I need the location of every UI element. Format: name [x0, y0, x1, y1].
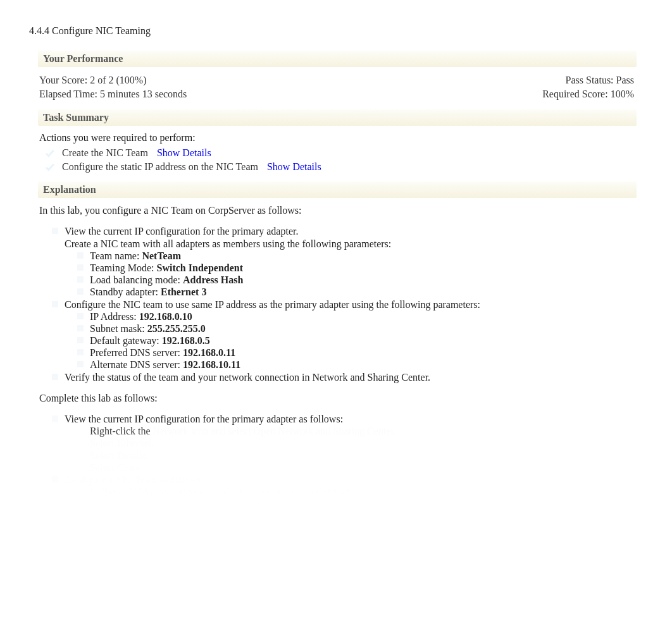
list-item: View the current IP configuration for th… — [52, 225, 643, 298]
list-item: IP Address: 192.168.0.10 — [77, 310, 643, 323]
task-summary-section: Task Summary Actions you were required t… — [38, 109, 643, 174]
action-item: Create the NIC Team Show Details — [44, 146, 643, 160]
checkmark-icon — [44, 161, 56, 173]
faded-text: Network icon and select Open Network and… — [153, 426, 396, 436]
list-item: Right-click the Network icon and select … — [77, 425, 643, 437]
required-score-text: Required Score: 100% — [542, 87, 634, 101]
list-item: Default gateway: 192.168.0.5 — [77, 335, 643, 347]
bullet-text: View the current IP configuration for th… — [65, 226, 298, 237]
list-item: Standby adapter: Ethernet 3 — [77, 286, 643, 298]
param-value: 192.168.0.10 — [139, 311, 192, 322]
list-item: Load balancing mode: Address Hash — [77, 274, 643, 286]
performance-section: Your Performance Your Score: 2 of 2 (100… — [38, 51, 643, 101]
param-value: 192.168.0.5 — [162, 335, 210, 346]
substep-text: Right-click the — [90, 426, 153, 436]
list-item: Team name: NetTeam — [77, 250, 643, 262]
bullet-text: Verify the status of the team and your n… — [65, 372, 430, 383]
action-text: Configure the static IP address on the N… — [62, 161, 258, 173]
step-text: View the current IP configuration for th… — [65, 414, 343, 424]
checkmark-icon — [44, 147, 56, 159]
pass-status-text: Pass Status: Pass — [566, 73, 634, 87]
show-details-link[interactable]: Show Details — [157, 147, 211, 159]
list-item: Teaming Mode: Switch Independent — [77, 262, 643, 274]
action-item: Configure the static IP address on the N… — [44, 160, 643, 174]
actions-required-heading: Actions you were required to perform: — [39, 132, 643, 144]
bullet-text: Configure the NIC team to use same IP ad… — [65, 299, 480, 310]
param-value: 192.168.10.11 — [183, 359, 240, 370]
param-value: Address Hash — [183, 274, 243, 285]
action-text: Create the NIC Team — [62, 147, 148, 159]
explanation-intro: In this lab, you configure a NIC Team on… — [39, 204, 643, 216]
list-item: Alternate DNS server: 192.168.10.11 — [77, 359, 643, 371]
task-summary-header: Task Summary — [38, 109, 637, 126]
param-value: NetTeam — [142, 250, 181, 261]
list-item: In Hyper-V Manager, right-click CorpServ… — [77, 486, 643, 498]
elapsed-time-text: Elapsed Time: 5 minutes 13 seconds — [39, 87, 187, 101]
faded-text: Configure a NIC Team as follows: — [65, 474, 204, 485]
list-item: Configure a NIC Team as follows: In Hype… — [52, 474, 643, 510]
list-item: Select Ethernet. — [77, 437, 643, 449]
param-value: Ethernet 3 — [161, 286, 206, 297]
list-item: In Server Manager, select Local Server f… — [77, 498, 643, 510]
list-item: View the current IP configuration for th… — [52, 413, 643, 474]
list-item: Configure the NIC team to use same IP ad… — [52, 298, 643, 371]
show-details-link[interactable]: Show Details — [267, 161, 321, 173]
performance-header: Your Performance — [38, 51, 637, 67]
list-item: Select Close. — [77, 462, 643, 474]
list-item: Preferred DNS server: 192.168.0.11 — [77, 347, 643, 359]
param-value: 255.255.255.0 — [147, 323, 206, 334]
explanation-header: Explanation — [38, 181, 637, 198]
explanation-section: Explanation In this lab, you configure a… — [38, 181, 643, 510]
list-item: Subnet mask: 255.255.255.0 — [77, 323, 643, 335]
param-value: 192.168.0.11 — [183, 347, 235, 358]
param-value: Switch Independent — [157, 262, 243, 273]
list-item: Verify the status of the team and your n… — [52, 371, 643, 383]
score-text: Your Score: 2 of 2 (100%) — [39, 73, 146, 87]
complete-heading: Complete this lab as follows: — [39, 392, 643, 404]
list-item: Select Details. — [77, 450, 643, 462]
page-title: 4.4.4 Configure NIC Teaming — [29, 25, 643, 37]
bullet-text: Create a NIC team with all adapters as m… — [65, 238, 391, 249]
